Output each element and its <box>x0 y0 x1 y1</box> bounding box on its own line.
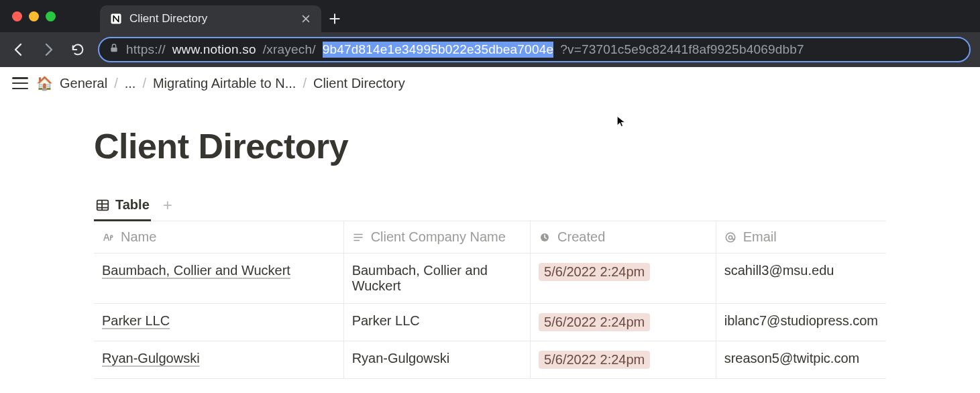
lock-icon <box>109 42 119 57</box>
url-query: ?v=73701c5e9c82441f8af9925b4069dbb7 <box>560 42 804 57</box>
notion-page: 🏠 General / ... / Migrating Airtable to … <box>0 67 980 379</box>
email-property-icon <box>724 231 737 243</box>
column-label: Created <box>557 229 605 245</box>
cell-company[interactable]: Ryan-Gulgowski <box>352 351 450 366</box>
column-label: Email <box>743 229 777 245</box>
window-close-button[interactable] <box>12 11 22 21</box>
url-path-1: /xrayech/ <box>263 42 316 57</box>
column-label: Name <box>121 229 156 245</box>
cell-created: 5/6/2022 2:24pm <box>539 351 650 369</box>
address-bar[interactable]: https://www.notion.so/xrayech/9b47d814e1… <box>98 37 971 62</box>
tab-close-button[interactable] <box>300 13 312 25</box>
page-title[interactable]: Client Directory <box>94 126 886 166</box>
table-row[interactable]: Parker LLC Parker LLC 5/6/2022 2:24pm ib… <box>94 304 886 341</box>
window-minimize-button[interactable] <box>29 11 39 21</box>
new-tab-button[interactable] <box>321 5 348 32</box>
table-icon <box>95 198 110 213</box>
column-header-name[interactable]: Name <box>94 221 343 254</box>
cell-email[interactable]: scahill3@msu.edu <box>724 263 834 278</box>
cell-created: 5/6/2022 2:24pm <box>539 263 650 281</box>
breadcrumb-separator: / <box>114 76 118 91</box>
url-host: www.notion.so <box>172 42 256 57</box>
tab-title: Client Directory <box>129 12 207 25</box>
column-label: Client Company Name <box>371 229 506 245</box>
forward-button[interactable] <box>39 40 58 59</box>
column-header-email[interactable]: Email <box>716 221 886 254</box>
cell-name[interactable]: Ryan-Gulgowski <box>102 351 200 366</box>
cell-email[interactable]: sreason5@twitpic.com <box>724 351 859 366</box>
database-table: Name Client Company Name Created <box>94 221 886 379</box>
cell-created: 5/6/2022 2:24pm <box>539 313 650 331</box>
notion-favicon-icon <box>109 12 123 25</box>
breadcrumb-leaf[interactable]: Client Directory <box>313 76 405 91</box>
column-header-created[interactable]: Created <box>531 221 716 254</box>
back-button[interactable] <box>9 40 28 59</box>
tab-strip: Client Directory <box>0 0 980 32</box>
breadcrumb-ellipsis[interactable]: ... <box>125 76 136 91</box>
view-tabs: Table + <box>94 193 886 221</box>
svg-rect-1 <box>111 48 117 52</box>
svg-point-5 <box>728 235 732 239</box>
cell-name[interactable]: Baumbach, Collier and Wuckert <box>102 263 290 278</box>
view-tab-label: Table <box>115 197 150 213</box>
page-content: Client Directory Table + Name <box>0 99 980 379</box>
window-controls <box>8 0 62 32</box>
cell-email[interactable]: iblanc7@studiopress.com <box>724 313 878 328</box>
notion-topbar: 🏠 General / ... / Migrating Airtable to … <box>0 67 980 99</box>
browser-chrome: Client Directory https://www.notion.so/x… <box>0 0 980 67</box>
breadcrumb: 🏠 General / ... / Migrating Airtable to … <box>36 75 405 91</box>
column-header-company[interactable]: Client Company Name <box>343 221 530 254</box>
cell-name[interactable]: Parker LLC <box>102 313 170 328</box>
svg-point-4 <box>726 233 735 242</box>
text-property-icon <box>352 231 364 243</box>
sidebar-toggle-button[interactable] <box>12 75 28 91</box>
browser-tab-active[interactable]: Client Directory <box>100 5 321 32</box>
breadcrumb-separator: / <box>142 76 146 91</box>
breadcrumb-mid[interactable]: Migrating Airtable to N... <box>153 76 296 91</box>
url-selected-segment: 9b47d814e1e34995b022e35dbea7004e <box>323 42 554 58</box>
add-view-button[interactable]: + <box>163 196 172 219</box>
table-row[interactable]: Baumbach, Collier and Wuckert Baumbach, … <box>94 254 886 304</box>
table-row[interactable]: Ryan-Gulgowski Ryan-Gulgowski 5/6/2022 2… <box>94 341 886 379</box>
page-emoji-icon: 🏠 <box>36 75 53 91</box>
reload-button[interactable] <box>68 40 87 59</box>
view-tab-table[interactable]: Table <box>94 193 151 221</box>
created-time-property-icon <box>539 231 551 243</box>
cell-company[interactable]: Baumbach, Collier and Wuckert <box>352 263 488 293</box>
browser-toolbar: https://www.notion.so/xrayech/9b47d814e1… <box>0 32 980 67</box>
window-zoom-button[interactable] <box>46 11 56 21</box>
breadcrumb-root[interactable]: General <box>60 76 107 91</box>
breadcrumb-separator: / <box>303 76 307 91</box>
title-property-icon <box>102 231 114 243</box>
url-scheme: https:// <box>126 42 166 57</box>
cell-company[interactable]: Parker LLC <box>352 313 420 328</box>
